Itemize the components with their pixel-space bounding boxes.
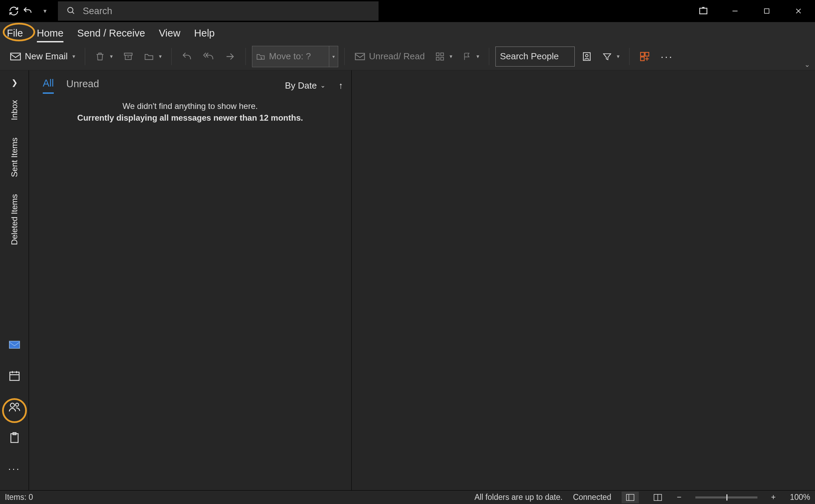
coming-soon-icon[interactable] [694, 2, 712, 20]
svg-rect-8 [436, 57, 439, 60]
message-list-pane: All Unread By Date ⌄ ↑ We didn't find an… [29, 70, 352, 490]
zoom-in-button[interactable]: + [771, 493, 776, 502]
status-connection: Connected [573, 493, 611, 502]
customize-qat-dropdown[interactable]: ▾ [38, 4, 52, 18]
tab-view[interactable]: View [159, 28, 180, 42]
tab-help[interactable]: Help [194, 28, 215, 42]
ribbon-tabs: File Home Send / Receive View Help [0, 22, 815, 43]
svg-rect-10 [583, 52, 590, 60]
separator [85, 48, 85, 65]
undo-icon[interactable] [21, 4, 34, 18]
move-button[interactable]: ▾ [140, 48, 165, 65]
svg-rect-21 [626, 494, 634, 501]
svg-rect-16 [10, 372, 19, 381]
more-nav-icon[interactable]: ··· [7, 461, 22, 476]
separator [344, 48, 345, 65]
svg-rect-15 [9, 341, 20, 349]
svg-rect-4 [124, 53, 132, 55]
empty-line2: Currently displaying all messages newer … [29, 113, 351, 123]
address-book-button[interactable] [578, 48, 595, 65]
archive-button[interactable] [120, 48, 137, 65]
chevron-down-icon[interactable]: ▾ [450, 53, 452, 60]
mail-nav-icon[interactable] [7, 337, 22, 352]
status-bar: Items: 0 All folders are up to date. Con… [0, 490, 815, 504]
svg-point-0 [68, 7, 73, 12]
svg-rect-14 [641, 57, 644, 61]
chevron-down-icon[interactable]: ▾ [476, 53, 479, 60]
ribbon-commands: New Email ▾ ▾ ▾ Move to: ? ▾ Unread/ Rea… [0, 43, 815, 70]
reply-button[interactable] [178, 48, 196, 65]
flag-button[interactable]: ▾ [459, 48, 483, 65]
filter-all[interactable]: All [43, 78, 54, 94]
empty-line1: We didn't find anything to show here. [29, 101, 351, 111]
separator [629, 48, 630, 65]
maximize-button[interactable] [758, 2, 776, 20]
svg-point-11 [585, 54, 588, 57]
new-email-label: New Email [25, 51, 68, 62]
zoom-slider[interactable] [695, 496, 757, 498]
folder-deleted[interactable]: Deleted Items [10, 194, 19, 245]
view-normal-button[interactable] [622, 492, 639, 503]
delete-button[interactable]: ▾ [91, 48, 116, 65]
folder-inbox[interactable]: Inbox [10, 100, 19, 120]
svg-rect-13 [645, 52, 649, 56]
svg-rect-6 [436, 53, 439, 56]
folder-sent[interactable]: Sent Items [10, 138, 19, 177]
unread-read-button[interactable]: Unread/ Read [351, 48, 428, 65]
titlebar: ▾ [0, 0, 815, 22]
status-sync: All folders are up to date. [474, 493, 563, 502]
tab-home[interactable]: Home [37, 28, 63, 42]
svg-rect-5 [355, 53, 365, 60]
svg-rect-12 [641, 52, 644, 56]
reading-pane [352, 70, 815, 490]
global-search[interactable] [58, 1, 379, 21]
svg-point-17 [10, 403, 14, 407]
chevron-down-icon[interactable]: ▾ [72, 53, 75, 60]
close-button[interactable] [789, 2, 807, 20]
expand-folders-icon[interactable]: ❯ [8, 76, 21, 90]
forward-button[interactable] [221, 48, 239, 65]
svg-rect-1 [700, 8, 707, 14]
sort-label[interactable]: By Date [285, 80, 317, 91]
empty-state: We didn't find anything to show here. Cu… [29, 96, 351, 123]
main-area: ❯ Inbox Sent Items Deleted Items ··· All… [0, 70, 815, 490]
search-input[interactable] [83, 6, 379, 17]
view-reading-button[interactable] [649, 492, 666, 503]
chevron-down-icon[interactable]: ▾ [110, 53, 113, 60]
sort-direction-icon[interactable]: ↑ [339, 80, 343, 91]
tasks-nav-icon[interactable] [7, 430, 22, 445]
categorize-button[interactable]: ▾ [432, 48, 456, 65]
refresh-icon[interactable] [7, 4, 21, 18]
new-email-button[interactable]: New Email ▾ [6, 48, 79, 65]
addins-button[interactable] [636, 48, 654, 65]
filter-unread[interactable]: Unread [66, 78, 99, 93]
svg-rect-9 [441, 57, 443, 60]
reply-all-button[interactable] [199, 48, 217, 65]
filter-button[interactable]: ▾ [599, 48, 623, 65]
separator [171, 48, 172, 65]
chevron-down-icon[interactable]: ⌄ [320, 82, 325, 89]
tab-send-receive[interactable]: Send / Receive [77, 28, 145, 42]
chevron-down-icon[interactable]: ▾ [617, 53, 620, 60]
tab-file[interactable]: File [7, 28, 23, 42]
status-items: Items: 0 [5, 493, 33, 502]
separator [245, 48, 246, 65]
move-to-label: Move to: ? [269, 51, 311, 62]
people-nav-icon[interactable] [7, 399, 22, 414]
collapse-ribbon-icon[interactable]: ⌄ [804, 60, 810, 69]
zoom-out-button[interactable]: − [677, 493, 681, 502]
unread-read-label: Unread/ Read [369, 51, 425, 62]
more-commands-button[interactable]: ··· [657, 48, 677, 65]
chevron-down-icon[interactable]: ▾ [159, 53, 162, 60]
move-to-combo[interactable]: Move to: ? ▾ [252, 46, 338, 67]
zoom-percent: 100% [786, 493, 810, 502]
search-icon [66, 6, 75, 16]
svg-rect-3 [11, 53, 20, 60]
search-people-placeholder: Search People [500, 51, 559, 62]
svg-rect-7 [441, 53, 443, 56]
search-people-input[interactable]: Search People [495, 47, 575, 67]
nav-rail: ❯ Inbox Sent Items Deleted Items ··· [0, 70, 29, 490]
move-to-dropdown[interactable]: ▾ [329, 46, 338, 67]
calendar-nav-icon[interactable] [7, 368, 22, 383]
minimize-button[interactable] [726, 2, 744, 20]
